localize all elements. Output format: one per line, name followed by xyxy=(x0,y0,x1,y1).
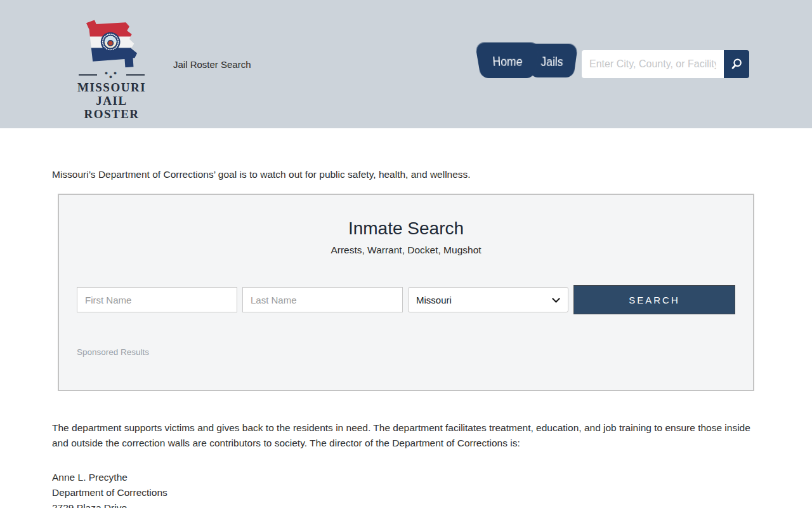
sponsored-results-label: Sponsored Results xyxy=(77,347,735,357)
last-name-input[interactable] xyxy=(242,287,403,312)
state-select-wrap: Missouri xyxy=(408,287,568,312)
main-content: Missouri’s Department of Corrections’ go… xyxy=(52,169,760,508)
state-select[interactable]: Missouri xyxy=(408,287,568,312)
header-tagline: Jail Roster Search xyxy=(173,59,251,70)
search-icon xyxy=(730,57,743,71)
logo-divider: ● ● ● xyxy=(79,71,145,79)
site-logo[interactable]: ● ● ● MISSOURI JAIL ROSTER xyxy=(75,17,148,121)
missouri-flag-map-icon xyxy=(81,17,142,69)
intro-text: Missouri’s Department of Corrections’ go… xyxy=(52,169,760,180)
nav-tab-home[interactable]: Home xyxy=(475,43,540,78)
inmate-search-button[interactable]: SEARCH xyxy=(573,285,735,314)
facility-search-input[interactable] xyxy=(582,50,724,78)
logo-text-line1: MISSOURI xyxy=(75,81,148,94)
main-nav: Home Jails xyxy=(481,49,573,78)
header-search xyxy=(582,50,749,78)
first-name-field-wrap xyxy=(77,287,237,312)
inmate-search-subtitle: Arrests, Warrant, Docket, Mugshot xyxy=(77,244,735,256)
inmate-search-panel: Inmate Search Arrests, Warrant, Docket, … xyxy=(58,194,754,391)
first-name-input[interactable] xyxy=(77,287,237,312)
logo-text-line2: JAIL ROSTER xyxy=(75,94,148,121)
site-header: ● ● ● MISSOURI JAIL ROSTER Jail Roster S… xyxy=(0,0,812,128)
last-name-field-wrap xyxy=(242,287,403,312)
inmate-search-title: Inmate Search xyxy=(77,218,735,239)
director-name: Anne L. Precythe xyxy=(52,470,760,485)
inmate-search-form: Missouri SEARCH xyxy=(77,285,735,314)
address-line-department: Department of Corrections xyxy=(52,485,760,500)
address-line-street: 2729 Plaza Drive xyxy=(52,500,760,508)
address-block: Anne L. Precythe Department of Correctio… xyxy=(52,470,760,508)
department-paragraph: The department supports victims and give… xyxy=(52,420,760,451)
facility-search-button[interactable] xyxy=(724,50,749,78)
